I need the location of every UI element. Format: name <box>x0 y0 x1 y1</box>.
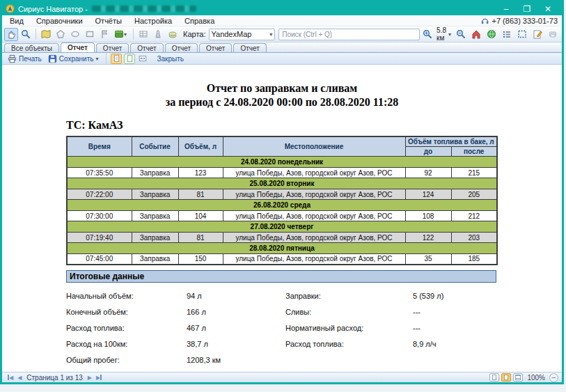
totals-left-label: Расход на 100км: <box>66 340 187 348</box>
select-area-icon <box>517 29 527 39</box>
zoom-out-icon <box>456 29 466 39</box>
title-bar: Сириус Навигатор - – ❐ ✕ <box>2 2 562 15</box>
full-page-icon <box>126 54 134 63</box>
tab-report-4[interactable]: Отчет <box>165 43 198 52</box>
road-tool-button[interactable] <box>151 28 165 41</box>
headset-icon <box>480 16 489 25</box>
map-scale-value[interactable]: 5.8 км <box>437 26 446 42</box>
rectangle-tool-button[interactable] <box>83 28 97 41</box>
zoom-out-button[interactable] <box>454 28 468 41</box>
pan-hand-icon <box>6 29 16 39</box>
group-label: 28.08.2020 пятница <box>67 243 497 254</box>
menu-item-otchyoty[interactable]: Отчёты <box>89 15 128 26</box>
tab-all-objects[interactable]: Все объекты <box>4 43 59 52</box>
table-view-button[interactable] <box>136 28 150 41</box>
totals-left-label: Расход топлива: <box>66 324 187 332</box>
layers-caret-icon: ▾ <box>124 31 127 38</box>
zoom-in-button[interactable] <box>420 28 434 41</box>
toolbar-separator <box>36 29 36 40</box>
cell-after: 215 <box>451 168 497 178</box>
report-title-line2: за период с 24.08.2020 00:00 по 28.08.20… <box>2 95 562 109</box>
maximize-button[interactable]: ❐ <box>517 3 537 15</box>
totals-right-value: 8,9 л/ч <box>413 340 496 348</box>
home-icon <box>471 29 481 39</box>
report-page: Отчет по заправкам и сливам за период с … <box>2 65 562 372</box>
polygon-tool-button[interactable] <box>54 28 68 41</box>
table-row: 07:35:50Заправка123улица Победы, Азов, г… <box>67 168 497 178</box>
totals-grid: Начальный объём:94 лЗаправки:5 (539 л)Ко… <box>66 292 496 364</box>
table-row: 07:30:00Заправка104улица Победы, Азов, г… <box>67 211 497 221</box>
search-input[interactable] <box>278 29 420 40</box>
totals-left-value: 467 л <box>187 324 285 332</box>
menu-item-nastroyka[interactable]: Настройка <box>128 15 178 26</box>
prev-page-button[interactable]: ◀ <box>15 375 24 381</box>
last-page-button[interactable]: ▶ <box>94 375 104 381</box>
globe-button[interactable] <box>485 28 498 41</box>
cell-time: 07:22:00 <box>67 189 132 200</box>
fit-width-icon <box>139 54 147 63</box>
menu-item-spravka[interactable]: Справка <box>178 15 221 26</box>
multi-page-view-button[interactable] <box>513 373 523 382</box>
zoom-minus-button[interactable]: − <box>549 373 558 382</box>
normal-view-button[interactable] <box>489 373 499 382</box>
page-layout-view-button[interactable] <box>501 373 511 382</box>
save-button[interactable]: Сохранить ▾ <box>46 54 102 64</box>
next-page-button[interactable]: ▶ <box>86 375 94 381</box>
totals-right-value: 5 (539 л) <box>413 292 496 300</box>
ellipse-tool-button[interactable] <box>68 28 82 41</box>
full-page-view-button[interactable] <box>124 54 135 64</box>
print-icon <box>8 54 17 63</box>
rectangle-icon <box>85 29 95 39</box>
single-page-view-button[interactable] <box>111 54 122 64</box>
toolbar-separator <box>133 29 134 40</box>
group-row: 28.08.2020 пятница <box>67 243 497 254</box>
menu-item-spravochniki[interactable]: Справочники <box>30 15 89 26</box>
print-button[interactable]: Печать <box>6 54 44 64</box>
table-header-row: ВремяСобытиеОбъём, лМестоположениеОбъём … <box>67 136 497 147</box>
coins-tool-button[interactable] <box>166 28 180 41</box>
scale-caret-icon[interactable]: ▾ <box>448 31 451 38</box>
group-row: 26.08.2020 среда <box>67 200 497 211</box>
pan-tool-button[interactable] <box>4 28 18 41</box>
totals-right-label: Нормативный расход: <box>285 324 413 332</box>
phone-number: +7 (863) 333-01-73 <box>492 17 558 25</box>
legend-button[interactable] <box>500 28 514 41</box>
cell-time: 07:35:50 <box>67 168 132 178</box>
map-edit-button[interactable] <box>39 28 53 41</box>
tab-report-1[interactable]: Отчет <box>61 42 95 52</box>
single-page-icon <box>113 54 120 63</box>
cell-after: 185 <box>451 254 497 265</box>
cell-volume: 150 <box>178 254 223 265</box>
report-title-line1: Отчет по заправкам и сливам <box>2 81 562 95</box>
totals-left-value: 38,7 л <box>187 340 285 348</box>
menu-item-vid[interactable]: Вид <box>3 15 30 26</box>
road-icon <box>153 29 163 39</box>
zoom-tool-button[interactable] <box>19 28 33 41</box>
close-report-button[interactable]: Закрыть <box>155 54 186 64</box>
tab-report-2[interactable]: Отчет <box>96 43 129 52</box>
fit-width-view-button[interactable] <box>137 54 148 64</box>
minimize-button[interactable]: – <box>496 3 517 15</box>
home-button[interactable] <box>469 28 483 41</box>
select-area-button[interactable] <box>515 28 529 41</box>
cell-before: 92 <box>405 168 451 178</box>
save-dropdown-caret-icon[interactable]: ▾ <box>95 56 98 62</box>
fuel-sub-header: после <box>451 147 497 157</box>
tab-report-6[interactable]: Отчет <box>233 43 266 52</box>
tab-report-5[interactable]: Отчет <box>199 43 232 52</box>
report-toolbar: Печать Сохранить ▾ <box>2 53 562 65</box>
tab-report-3[interactable]: Отчет <box>130 43 163 52</box>
close-button[interactable]: ✕ <box>537 3 558 15</box>
save-button-label: Сохранить <box>59 55 94 63</box>
cell-volume: 104 <box>178 211 223 221</box>
map-select[interactable]: YandexMap ▾ <box>209 29 276 40</box>
flag-tool-button[interactable] <box>97 28 111 41</box>
menu-items: ВидСправочникиОтчётыНастройкаСправка <box>3 15 221 26</box>
layers-button[interactable]: ▾ <box>112 28 130 41</box>
window-title: Сириус Навигатор - <box>18 5 88 13</box>
cell-location: улица Победы, Азов, городской округ Азов… <box>223 211 405 221</box>
edit-note-button[interactable] <box>530 28 544 41</box>
first-page-button[interactable]: ◀ <box>6 375 15 381</box>
flag-icon <box>100 29 109 39</box>
print-map-button[interactable] <box>546 28 560 41</box>
